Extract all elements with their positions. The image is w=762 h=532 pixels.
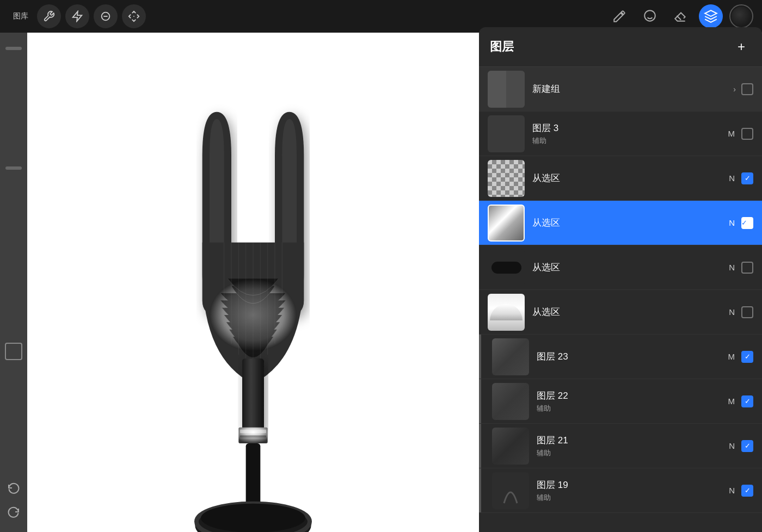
layer-name: 从选区 xyxy=(532,216,729,229)
fold-indicator xyxy=(479,468,481,512)
layer-item[interactable]: 图层 3 辅助 M xyxy=(479,112,762,156)
move-button[interactable] xyxy=(122,4,146,28)
layer-thumbnail xyxy=(492,428,529,465)
size-slider[interactable] xyxy=(5,166,22,170)
layer-name-area: 图层 19 辅助 xyxy=(537,479,729,503)
selection-shape[interactable] xyxy=(5,343,22,360)
layer-blend-mode: M xyxy=(728,397,735,406)
layer-sublabel: 辅助 xyxy=(537,404,728,413)
layer-name: 从选区 xyxy=(532,261,729,274)
layer-name: 图层 19 xyxy=(537,479,729,491)
layer-visibility-checkbox[interactable]: ✓ xyxy=(741,217,753,229)
layer-visibility-checkbox[interactable] xyxy=(741,306,753,318)
layer-visibility-checkbox[interactable] xyxy=(741,128,753,140)
layer-name-area: 从选区 xyxy=(532,261,729,274)
layer-thumbnail xyxy=(488,71,525,108)
layer-item[interactable]: 从选区 N xyxy=(479,290,762,335)
layer-blend-mode: N xyxy=(729,174,735,183)
layer-visibility-checkbox[interactable] xyxy=(741,395,753,407)
layer-name-area: 图层 22 辅助 xyxy=(537,389,728,413)
undo-button[interactable] xyxy=(4,478,23,497)
layer-thumbnail xyxy=(488,115,525,152)
layer-name-area: 图层 21 辅助 xyxy=(537,434,729,458)
layer-name-area: 从选区 xyxy=(532,172,729,184)
wrench-button[interactable] xyxy=(37,4,61,28)
layer-name: 从选区 xyxy=(532,172,729,184)
fold-indicator xyxy=(479,335,481,379)
colors-tool[interactable] xyxy=(729,4,753,28)
toolbar-left: 图库 xyxy=(9,4,146,28)
layer-item[interactable]: 图层 23 M xyxy=(479,335,762,379)
layer-blend-mode: M xyxy=(728,352,735,361)
layers-list: 新建组 › 图层 3 辅助 M 从选区 N xyxy=(479,67,762,532)
layer-sublabel: 辅助 xyxy=(537,493,729,503)
add-layer-button[interactable]: + xyxy=(732,37,751,57)
smudge-button[interactable] xyxy=(94,4,118,28)
magic-button[interactable] xyxy=(65,4,89,28)
layer-name-area: 新建组 xyxy=(532,83,733,95)
layer-visibility-checkbox[interactable] xyxy=(741,262,753,274)
svg-rect-15 xyxy=(240,435,266,437)
layer-name-area: 图层 3 辅助 xyxy=(532,122,728,146)
layers-panel: 图层 + 新建组 › 图层 3 辅助 M xyxy=(479,27,762,532)
svg-rect-14 xyxy=(240,430,266,434)
layer-visibility-checkbox[interactable] xyxy=(741,485,753,497)
opacity-slider[interactable] xyxy=(5,47,22,50)
layer-name: 图层 3 xyxy=(532,122,728,134)
layer-visibility-checkbox[interactable] xyxy=(741,351,753,363)
layer-item[interactable]: 从选区 N xyxy=(479,245,762,290)
layer-blend-mode: N xyxy=(729,218,735,227)
svg-rect-16 xyxy=(246,443,261,509)
layer-visibility-checkbox[interactable] xyxy=(741,172,753,184)
layer-name: 图层 21 xyxy=(537,434,729,447)
layer-item[interactable]: 图层 22 辅助 M xyxy=(479,379,762,424)
layer-name-area: 从选区 xyxy=(532,306,729,318)
toolbar-right xyxy=(607,4,753,28)
layer-name: 图层 22 xyxy=(537,389,728,402)
svg-point-19 xyxy=(201,504,305,532)
layer-visibility-checkbox[interactable] xyxy=(741,83,753,95)
canvas-area[interactable] xyxy=(0,33,479,532)
layer-name: 新建组 xyxy=(532,83,733,95)
layer-thumbnail xyxy=(488,249,525,286)
layers-panel-header: 图层 + xyxy=(479,27,762,67)
layer-sublabel: 辅助 xyxy=(537,448,729,458)
layer-item[interactable]: 图层 19 辅助 N xyxy=(479,468,762,513)
layer-name-area: 图层 23 xyxy=(537,350,728,363)
layer-item[interactable]: 图层 21 辅助 N xyxy=(479,424,762,468)
layer-blend-mode: M xyxy=(728,129,735,138)
layer-thumbnail xyxy=(492,338,529,375)
smudge-tool[interactable] xyxy=(638,4,662,28)
layer-sublabel: 辅助 xyxy=(532,136,728,146)
layer-thumbnail xyxy=(488,205,525,242)
layer-name-area: 从选区 xyxy=(532,216,729,229)
layer-visibility-checkbox[interactable] xyxy=(741,440,753,452)
redo-button[interactable] xyxy=(4,502,23,521)
layers-tool[interactable] xyxy=(699,4,723,28)
brush-tool[interactable] xyxy=(607,4,631,28)
layer-item[interactable]: 从选区 N ✓ xyxy=(479,201,762,245)
svg-marker-0 xyxy=(73,11,82,21)
layer-blend-mode: N xyxy=(729,441,735,450)
chevron-right-icon: › xyxy=(733,85,736,94)
layers-title: 图层 xyxy=(490,39,732,55)
left-sidebar xyxy=(0,33,27,532)
fold-indicator xyxy=(479,379,481,423)
layer-blend-mode: N xyxy=(729,263,735,272)
layer-name: 从选区 xyxy=(532,306,729,318)
layer-thumbnail xyxy=(492,472,529,509)
layer-item[interactable]: 新建组 › xyxy=(479,67,762,112)
layer-blend-mode: N xyxy=(729,486,735,495)
layer-thumbnail xyxy=(488,160,525,197)
svg-rect-12 xyxy=(242,358,264,431)
layer-thumbnail xyxy=(492,383,529,420)
gallery-button[interactable]: 图库 xyxy=(9,4,33,28)
eraser-tool[interactable] xyxy=(668,4,692,28)
layer-blend-mode: N xyxy=(729,307,735,317)
layer-item[interactable]: 从选区 N xyxy=(479,156,762,201)
fold-indicator xyxy=(479,424,481,468)
layer-thumbnail xyxy=(488,294,525,331)
canvas-drawing xyxy=(27,65,479,532)
layer-name: 图层 23 xyxy=(537,350,728,363)
